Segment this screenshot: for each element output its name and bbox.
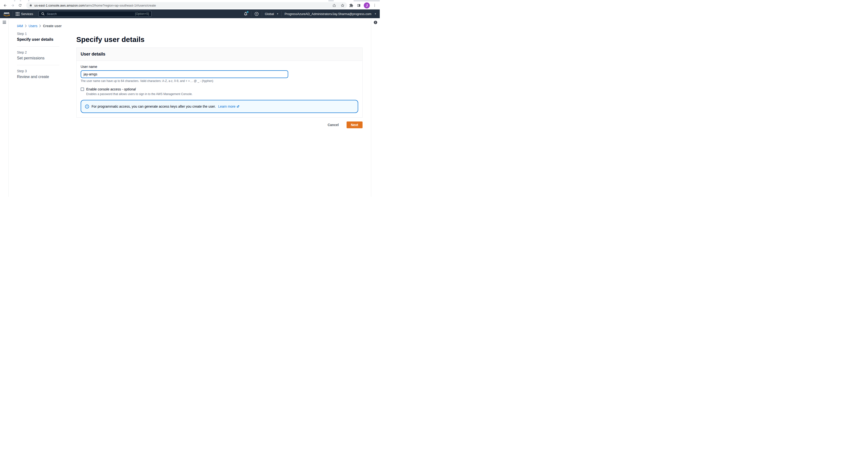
panel-header: User details [76,48,362,61]
wizard-steps: Step 1 Specify user details Step 2 Set p… [17,32,59,128]
services-label: Services [21,12,33,16]
services-grid-icon [16,12,20,16]
breadcrumb: IAM Users Create user [17,24,371,28]
caret-down-icon: ▼ [374,13,376,15]
help-icon[interactable]: ? [254,11,259,16]
back-icon[interactable] [3,3,7,7]
user-details-panel: User details User name The user name can… [76,48,363,118]
console-access-checkbox[interactable] [81,87,84,91]
services-menu[interactable]: Services [16,12,33,16]
step-divider [17,46,59,47]
console-access-label[interactable]: Enable console access - optional [86,87,136,91]
browser-toolbar: us-east-1.console.aws.amazon.com/iamv2/h… [0,1,380,9]
step-label: Step 2 [17,51,59,54]
account-label: ProgressAzureAD_Administrators/Jay.Sharm… [285,12,372,16]
extensions-puzzle-icon[interactable] [349,3,353,7]
forward-icon[interactable] [10,3,15,7]
bookmark-star-icon[interactable] [340,3,345,7]
side-panel-icon[interactable] [356,3,361,7]
right-info-strip [371,18,380,197]
region-selector[interactable]: Global ▼ [265,12,279,16]
wizard-step-1: Step 1 Specify user details [17,32,59,42]
lock-icon [29,4,32,7]
console-access-help: Enables a password that allows users to … [86,92,358,96]
user-name-help: The user name can have up to 64 characte… [81,79,358,83]
breadcrumb-users[interactable]: Users [29,24,37,28]
user-name-label: User name [81,65,358,68]
aws-top-nav: aws Services Search [Option+S] ? Global [0,9,380,18]
screen: us-east-1.console.aws.amazon.com/iamv2/h… [0,0,380,197]
panel-body: User name The user name can have up to 6… [76,61,362,117]
optional-text: optional [124,87,136,91]
url-bar[interactable]: us-east-1.console.aws.amazon.com/iamv2/h… [26,2,347,8]
user-name-input[interactable] [81,70,288,78]
url-path: /iamv2/home?region=ap-southeast-1#/users… [85,4,156,7]
url-text: us-east-1.console.aws.amazon.com/iamv2/h… [34,4,156,7]
search-placeholder: Search [47,12,57,16]
aws-smile-icon [3,15,10,16]
step-title-specify-user-details: Specify user details [17,37,59,42]
step-label: Step 1 [17,32,59,36]
info-panel-icon[interactable] [374,21,377,197]
notifications-bell-icon[interactable] [243,11,248,16]
page-title: Specify user details [76,35,363,44]
info-icon [85,105,89,109]
notification-dot [247,11,249,13]
breadcrumb-create-user: Create user [43,24,62,28]
console-access-row: Enable console access - optional [81,87,358,91]
breadcrumb-iam[interactable]: IAM [17,24,23,28]
share-icon[interactable] [332,3,336,7]
page-content: IAM Users Create user Step 1 Specify use… [9,18,371,197]
cancel-button[interactable]: Cancel [326,123,340,127]
caret-down-icon: ▼ [277,13,279,15]
chevron-right-icon [39,25,41,27]
search-input[interactable]: Search [Option+S] [38,11,152,17]
search-shortcut: [Option+S] [135,12,149,16]
alert-text: For programmatic access, you can generat… [92,105,216,108]
step-title-review-and-create[interactable]: Review and create [17,75,59,79]
step-label: Step 3 [17,69,59,73]
search-icon [41,12,45,16]
browser-menu-icon[interactable] [372,3,377,7]
hamburger-menu-icon[interactable] [3,21,6,25]
panel-title: User details [81,52,105,56]
aws-logo[interactable]: aws [3,11,10,16]
learn-more-link[interactable]: Learn more [218,105,240,108]
browser-profile-avatar[interactable]: J [364,2,370,8]
account-menu[interactable]: ProgressAzureAD_Administrators/Jay.Sharm… [285,12,376,16]
region-label: Global [265,12,274,16]
main-form-area: Specify user details User details User n… [76,32,363,128]
reload-icon[interactable] [18,3,22,7]
wizard-step-2: Step 2 Set permissions [17,51,59,60]
url-host: us-east-1.console.aws.amazon.com [34,4,85,7]
wizard-step-3: Step 3 Review and create [17,69,59,79]
svg-text:?: ? [256,12,257,15]
external-link-icon [237,105,240,108]
next-button[interactable]: Next [347,121,363,128]
info-alert: For programmatic access, you can generat… [81,100,358,113]
step-title-set-permissions[interactable]: Set permissions [17,56,59,60]
left-nav-strip [0,18,9,197]
wizard-actions: Cancel Next [76,121,363,128]
chevron-right-icon [25,25,27,27]
